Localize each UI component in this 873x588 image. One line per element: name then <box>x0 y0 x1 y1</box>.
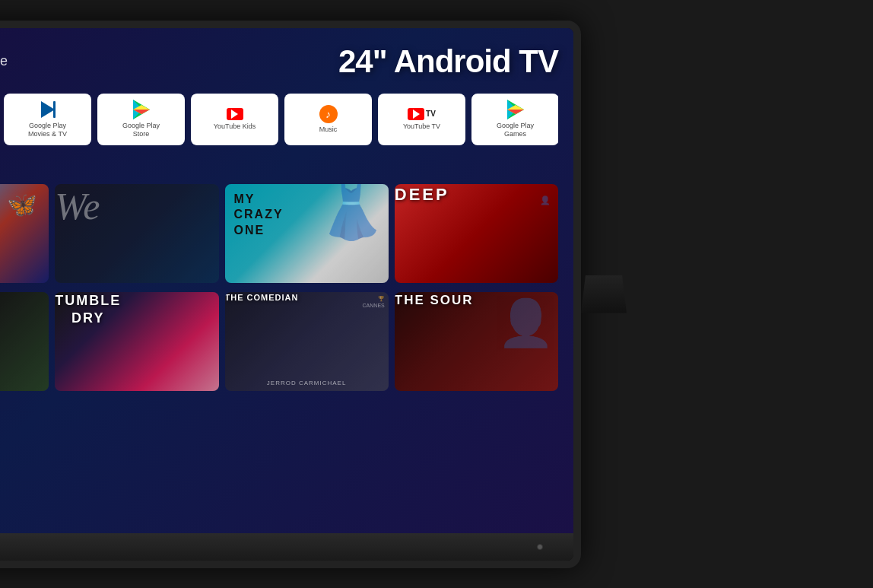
card-sour[interactable]: 👤 THE SOUR <box>395 292 558 391</box>
journey-overlay <box>0 292 49 391</box>
sour-figure: 👤 <box>497 296 554 350</box>
card-comedian[interactable]: 🏆CANNES THE COMEDIAN JERROD CARMICHAEL <box>225 292 389 391</box>
app-tile-gp-games[interactable]: Google PlayGames <box>471 94 558 145</box>
app-tile-gp-store-inner: Google PlayStore <box>97 94 185 145</box>
tv-bezel-bottom: TOSHIBA <box>0 533 573 561</box>
tv-stand <box>581 275 873 313</box>
gp-movies-label: Google PlayMovies & TV <box>28 122 67 138</box>
svg-rect-8 <box>53 101 56 118</box>
card-deep[interactable]: 👤 DEEP <box>395 184 558 283</box>
app-tile-gp-store[interactable]: Google PlayStore <box>97 94 185 145</box>
gp-store-label: Google PlayStore <box>122 122 160 138</box>
app-tile-gp-movies[interactable]: Google PlayMovies & TV <box>4 94 91 145</box>
gp-games-label: Google PlayGames <box>497 122 534 138</box>
sour-title: THE SOUR <box>395 292 474 309</box>
gp-games-icon <box>506 100 525 119</box>
comedian-award: 🏆CANNES <box>363 295 385 310</box>
tv-screen: Search movies, TV, and more 24" Android … <box>0 28 573 533</box>
card-crazy-one[interactable]: MYCRAZYONE 👗 <box>225 184 389 283</box>
we-overlay <box>55 184 218 283</box>
content-row-1: 🦋 THE FAIRY We <box>0 184 558 283</box>
card-we[interactable]: We <box>55 184 218 283</box>
app-tile-music-inner: ♪ Music <box>284 94 372 145</box>
svg-marker-7 <box>41 101 55 118</box>
app-tile-yt-tv-inner: TV YouTube TV <box>378 94 465 145</box>
deep-title: DEEP <box>395 184 449 206</box>
app-tile-music[interactable]: ♪ Music <box>284 94 372 145</box>
search-hint-text: Search movies, TV, and more <box>0 53 8 69</box>
butterfly-decoration: 🦋 <box>7 190 37 219</box>
stand-leg-left <box>581 275 627 313</box>
tumble-title: TUMBLEDRY <box>55 292 121 328</box>
power-indicator <box>537 544 543 550</box>
yt-tv-logo: TV <box>408 108 436 120</box>
search-bar[interactable]: Search movies, TV, and more <box>0 46 8 77</box>
crazy-figure: 👗 <box>294 184 384 283</box>
yt-kids-logo <box>227 108 243 120</box>
yt-tv-text: TV <box>426 110 436 118</box>
yt-tv-icon <box>408 108 424 120</box>
screen-content: Search movies, TV, and more 24" Android … <box>0 28 573 533</box>
crazy-title: MYCRAZYONE <box>234 192 284 239</box>
tv-title: 24" Android TV <box>338 43 558 80</box>
comedian-title: THE COMEDIAN <box>225 292 299 303</box>
app-tile-gp-movies-inner: Google PlayMovies & TV <box>4 94 91 145</box>
comedian-subtitle: JERROD CARMICHAEL <box>225 380 389 386</box>
yt-kids-label: YouTube Kids <box>214 122 256 131</box>
yt-tv-label: YouTube TV <box>403 122 440 131</box>
card-fairy[interactable]: 🦋 THE FAIRY <box>0 184 49 283</box>
gp-store-icon <box>132 100 151 119</box>
music-icon: ♪ <box>319 105 338 123</box>
yt-kids-triangle <box>231 110 238 119</box>
content-area: YouTube YouTube <box>0 94 558 526</box>
deep-figure: 👤 <box>540 195 551 205</box>
content-row-2: JOURNEY TUMBLEDRY 🏆CANNES THE COMEDIAN <box>0 292 558 391</box>
app-tile-yt-tv[interactable]: TV YouTube TV <box>378 94 465 145</box>
main-layout: Apps Play Next <box>0 94 558 526</box>
app-tile-gp-games-inner: Google PlayGames <box>471 94 558 145</box>
header: Search movies, TV, and more 24" Android … <box>0 43 558 80</box>
music-label: Music <box>319 126 338 134</box>
card-journey[interactable]: JOURNEY <box>0 292 49 391</box>
yt-tv-triangle <box>413 110 420 119</box>
app-tile-yt-kids[interactable]: YouTube Kids <box>191 94 278 145</box>
apps-row: YouTube YouTube <box>0 94 558 175</box>
tv-set: Search movies, TV, and more 24" Android … <box>0 21 581 568</box>
app-tile-yt-kids-inner: YouTube Kids <box>191 94 278 145</box>
card-tumble-dry[interactable]: TUMBLEDRY <box>55 292 218 391</box>
yt-kids-icon <box>227 108 243 120</box>
gp-movies-icon <box>38 100 58 119</box>
